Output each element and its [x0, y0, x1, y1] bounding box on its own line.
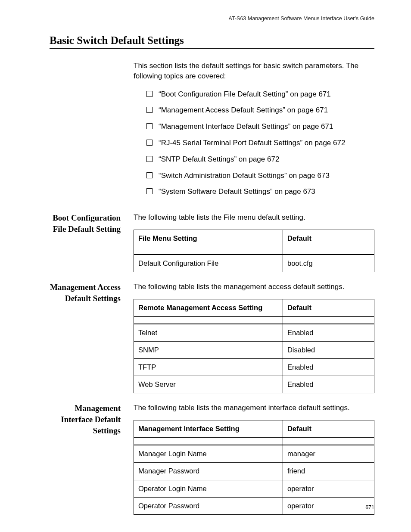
intro-text: This section lists the default settings …	[134, 61, 374, 81]
cell-setting: Operator Login Name	[134, 480, 283, 497]
topic-text: “System Software Default Settings” on pa…	[159, 187, 315, 197]
section-interface: Management Interface Default Settings Th…	[50, 403, 374, 514]
list-item: “Boot Configuration File Default Setting…	[146, 89, 374, 100]
cell-default: Enabled	[283, 376, 374, 393]
cell-default: Enabled	[283, 359, 374, 376]
section-boot: Boot Configuration File Default Setting …	[50, 212, 374, 272]
cell-setting: Default Configuration File	[134, 255, 283, 272]
cell-default: operator	[283, 480, 374, 497]
th-setting: Remote Management Access Setting	[134, 299, 283, 316]
section-body-access: The following table lists the management…	[134, 282, 374, 393]
cell-setting: Web Server	[134, 376, 283, 393]
th-setting: Management Interface Setting	[134, 420, 283, 438]
cell-default: operator	[283, 497, 374, 514]
access-table: Remote Management Access Setting Default…	[134, 299, 374, 393]
content: This section lists the default settings …	[50, 61, 374, 515]
table-row: SNMP Disabled	[134, 342, 374, 359]
side-heading-interface: Management Interface Default Settings	[50, 403, 134, 514]
cell-default: manager	[283, 445, 374, 463]
interface-table: Management Interface Setting Default Man…	[134, 420, 374, 514]
checkbox-icon	[146, 156, 153, 162]
th-setting: File Menu Setting	[134, 230, 283, 247]
table-row: Manager Login Name manager	[134, 445, 374, 463]
topic-text: “Management Interface Default Settings” …	[159, 121, 333, 132]
topic-list: “Boot Configuration File Default Setting…	[146, 89, 374, 203]
table-row: Operator Password operator	[134, 497, 374, 514]
cell-default: Disabled	[283, 342, 374, 359]
side-heading-boot: Boot Configuration File Default Setting	[50, 212, 134, 272]
topic-text: “RJ-45 Serial Terminal Port Default Sett…	[159, 138, 345, 148]
th-default: Default	[283, 420, 374, 438]
table-row: Telnet Enabled	[134, 324, 374, 342]
cell-default: friend	[283, 463, 374, 480]
boot-table: File Menu Setting Default Default Config…	[134, 230, 374, 272]
list-item: “Switch Administration Default Settings”…	[146, 171, 374, 181]
th-default: Default	[283, 230, 374, 247]
cell-setting: SNMP	[134, 342, 283, 359]
topic-text: “SNTP Default Settings” on page 672	[159, 154, 279, 165]
page: AT-S63 Management Software Menus Interfa…	[0, 0, 411, 532]
list-item: “System Software Default Settings” on pa…	[146, 187, 374, 197]
section-lead: The following table lists the File menu …	[134, 212, 374, 223]
cell-default: Enabled	[283, 324, 374, 342]
checkbox-icon	[146, 123, 153, 129]
table-row: Default Configuration File boot.cfg	[134, 255, 374, 272]
title-rule	[50, 48, 374, 49]
cell-setting: Manager Login Name	[134, 445, 283, 463]
checkbox-icon	[146, 172, 153, 178]
checkbox-icon	[146, 107, 153, 113]
checkbox-icon	[146, 188, 153, 194]
section-access: Management Access Default Settings The f…	[50, 282, 374, 393]
table-row: TFTP Enabled	[134, 359, 374, 376]
running-head: AT-S63 Management Software Menus Interfa…	[50, 16, 374, 22]
section-body-boot: The following table lists the File menu …	[134, 212, 374, 272]
list-item: “Management Access Default Settings” on …	[146, 105, 374, 115]
topic-text: “Boot Configuration File Default Setting…	[159, 89, 331, 100]
page-number: 671	[365, 504, 374, 510]
table-row: Manager Password friend	[134, 463, 374, 480]
section-body-interface: The following table lists the management…	[134, 403, 374, 514]
cell-setting: Operator Password	[134, 497, 283, 514]
cell-setting: Manager Password	[134, 463, 283, 480]
checkbox-icon	[146, 140, 153, 146]
page-title: Basic Switch Default Settings	[50, 34, 374, 47]
table-row: Web Server Enabled	[134, 376, 374, 393]
cell-setting: TFTP	[134, 359, 283, 376]
topic-text: “Switch Administration Default Settings”…	[159, 171, 330, 181]
topic-text: “Management Access Default Settings” on …	[159, 105, 328, 115]
table-row: Operator Login Name operator	[134, 480, 374, 497]
th-default: Default	[283, 299, 374, 316]
checkbox-icon	[146, 91, 153, 97]
list-item: “SNTP Default Settings” on page 672	[146, 154, 374, 165]
side-heading-access: Management Access Default Settings	[50, 282, 134, 393]
section-lead: The following table lists the management…	[134, 282, 374, 292]
cell-default: boot.cfg	[283, 255, 374, 272]
list-item: “Management Interface Default Settings” …	[146, 121, 374, 132]
section-lead: The following table lists the management…	[134, 403, 374, 413]
list-item: “RJ-45 Serial Terminal Port Default Sett…	[146, 138, 374, 148]
cell-setting: Telnet	[134, 324, 283, 342]
